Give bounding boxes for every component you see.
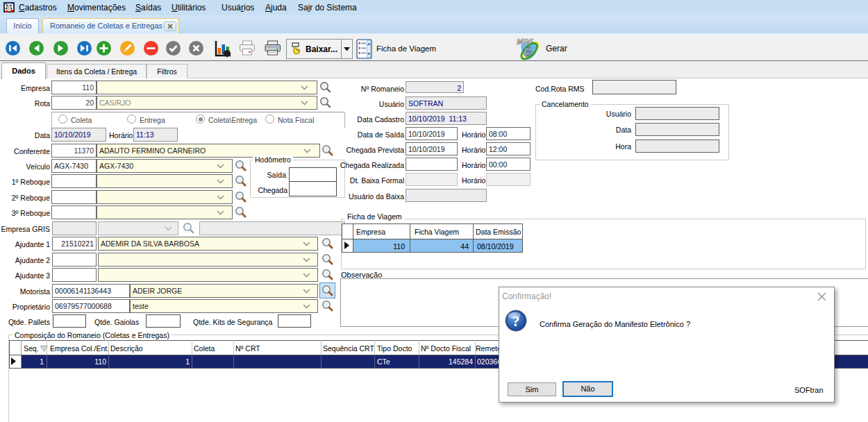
- svg-text:?: ?: [512, 312, 520, 330]
- svg-text:e: e: [524, 42, 533, 60]
